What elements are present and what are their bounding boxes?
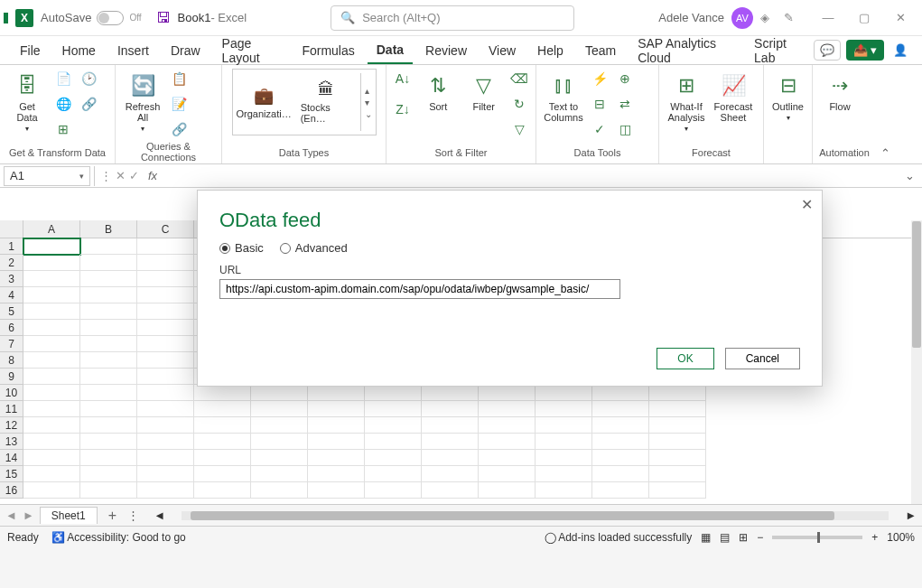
cell[interactable] <box>80 303 137 320</box>
row-header[interactable]: 2 <box>0 255 23 271</box>
comments-button[interactable]: 💬 <box>814 40 841 61</box>
cell[interactable] <box>137 320 194 336</box>
flow-button[interactable]: ⇢ Flow <box>818 69 861 116</box>
cell[interactable] <box>80 271 137 287</box>
cell[interactable] <box>536 450 592 466</box>
cell[interactable] <box>365 482 422 499</box>
cell[interactable] <box>422 417 479 434</box>
tab-options-icon[interactable]: ⋮ <box>127 509 139 522</box>
cell[interactable] <box>137 255 194 271</box>
user-account[interactable]: Adele Vance AV <box>658 7 753 29</box>
cell[interactable] <box>308 450 365 466</box>
cell[interactable] <box>137 417 194 434</box>
tab-script-lab[interactable]: Script Lab <box>745 31 810 70</box>
consolidate-icon[interactable]: ⊕ <box>614 69 636 89</box>
row-header[interactable]: 13 <box>0 434 23 450</box>
cell[interactable] <box>365 434 422 450</box>
cell[interactable] <box>536 434 592 450</box>
expand-formula-icon[interactable]: ⌄ <box>898 169 922 182</box>
cell[interactable] <box>137 303 194 320</box>
collapse-ribbon-icon[interactable]: ⌃ <box>876 65 894 163</box>
search-box[interactable]: 🔍 Search (Alt+Q) <box>331 5 574 31</box>
cell[interactable] <box>536 482 592 499</box>
cell[interactable] <box>23 320 80 336</box>
cell[interactable] <box>649 466 706 482</box>
autosave-toggle[interactable]: AutoSave Off <box>41 11 142 25</box>
cell[interactable] <box>23 352 80 369</box>
cell[interactable] <box>194 434 251 450</box>
nav-prev-icon[interactable]: ◄ <box>5 509 17 522</box>
cell[interactable] <box>80 434 137 450</box>
cell[interactable] <box>23 434 80 450</box>
edit-links-icon[interactable]: 🔗 <box>168 119 190 139</box>
share-button[interactable]: 📤▾ <box>846 40 884 61</box>
cell[interactable] <box>308 466 365 482</box>
cell[interactable] <box>137 466 194 482</box>
filter-button[interactable]: ▽ Filter <box>463 69 506 116</box>
cell[interactable] <box>479 401 536 417</box>
cell[interactable] <box>80 450 137 466</box>
row-header[interactable]: 5 <box>0 303 23 320</box>
cell[interactable] <box>479 450 536 466</box>
cell[interactable] <box>308 434 365 450</box>
sort-za-icon[interactable]: Z↓ <box>392 99 414 119</box>
cell[interactable] <box>649 417 706 434</box>
diamond-icon[interactable]: ◈ <box>753 11 777 24</box>
cell[interactable] <box>422 401 479 417</box>
cell[interactable] <box>23 450 80 466</box>
scroll-left-icon[interactable]: ◄ <box>154 509 165 522</box>
organization-type[interactable]: 💼 Organizati… <box>237 86 292 119</box>
remove-duplicates-icon[interactable]: ⊟ <box>589 94 610 114</box>
text-to-columns-button[interactable]: ⫿⫿ Text to Columns <box>542 69 585 126</box>
cell[interactable] <box>592 466 649 482</box>
zoom-in-icon[interactable]: + <box>871 531 878 544</box>
cell[interactable] <box>422 434 479 450</box>
stocks-type[interactable]: 🏛 Stocks (En… <box>301 80 351 124</box>
cell[interactable] <box>592 434 649 450</box>
cell[interactable] <box>23 482 80 499</box>
expand-icon[interactable]: ⌄ <box>365 109 372 119</box>
cell[interactable] <box>80 385 137 401</box>
cell[interactable] <box>194 417 251 434</box>
close-button[interactable]: ✕ <box>882 5 918 31</box>
from-text-csv-icon[interactable]: 📄 <box>52 69 74 89</box>
cell[interactable] <box>194 482 251 499</box>
tab-team[interactable]: Team <box>576 38 625 63</box>
cell[interactable] <box>80 238 137 255</box>
cell[interactable] <box>137 238 194 255</box>
cell[interactable] <box>479 466 536 482</box>
cell[interactable] <box>308 417 365 434</box>
cell[interactable] <box>422 450 479 466</box>
sort-button[interactable]: ⇅ Sort <box>417 69 460 116</box>
add-sheet-button[interactable]: + <box>103 508 122 524</box>
cell[interactable] <box>649 482 706 499</box>
tab-draw[interactable]: Draw <box>162 38 210 63</box>
row-header[interactable]: 1 <box>0 238 23 255</box>
cell[interactable] <box>80 417 137 434</box>
data-types-gallery[interactable]: 💼 Organizati… 🏛 Stocks (En… ▴ ▾ ⌄ <box>232 69 377 135</box>
name-box[interactable]: A1 ▾ <box>4 166 90 186</box>
row-header[interactable]: 3 <box>0 271 23 287</box>
dialog-close-button[interactable]: ✕ <box>801 196 813 213</box>
cell[interactable] <box>23 385 80 401</box>
cell[interactable] <box>80 336 137 352</box>
cell[interactable] <box>80 320 137 336</box>
column-header[interactable]: B <box>80 220 137 238</box>
fx-icon[interactable]: fx <box>148 169 157 182</box>
tab-file[interactable]: File <box>11 38 50 63</box>
cell[interactable] <box>536 417 592 434</box>
maximize-button[interactable]: ▢ <box>846 5 882 31</box>
cell[interactable] <box>80 401 137 417</box>
cell[interactable] <box>137 287 194 303</box>
column-header[interactable]: C <box>137 220 194 238</box>
column-header[interactable]: A <box>23 220 80 238</box>
cell[interactable] <box>479 417 536 434</box>
vertical-scrollbar[interactable] <box>911 220 922 504</box>
pen-icon[interactable]: ✎ <box>777 11 801 24</box>
cell[interactable] <box>592 450 649 466</box>
sort-az-icon[interactable]: A↓ <box>392 69 414 89</box>
row-header[interactable]: 7 <box>0 336 23 352</box>
data-model-icon[interactable]: ◫ <box>614 119 636 139</box>
tab-help[interactable]: Help <box>528 38 573 63</box>
zoom-level[interactable]: 100% <box>887 531 915 544</box>
